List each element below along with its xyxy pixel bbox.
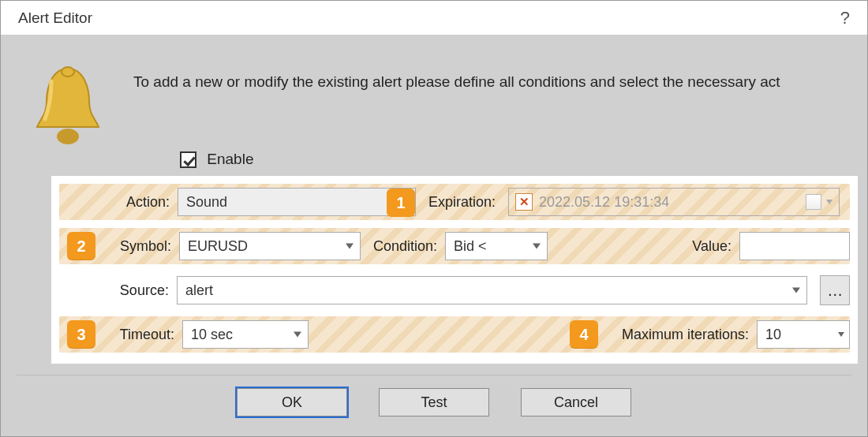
chevron-down-icon[interactable] xyxy=(826,200,832,204)
condition-select[interactable]: Bid < xyxy=(445,232,548,260)
calendar-icon[interactable] xyxy=(806,194,821,210)
condition-value: Bid < xyxy=(454,238,487,255)
enable-label: Enable xyxy=(207,151,253,167)
value-label: Value: xyxy=(692,238,731,255)
symbol-select[interactable]: EURUSD xyxy=(179,232,361,260)
row-source: Source: alert … xyxy=(59,272,850,308)
max-iterations-select[interactable]: 10 xyxy=(757,320,850,349)
chevron-down-icon xyxy=(792,288,800,293)
condition-label: Condition: xyxy=(373,238,437,255)
enable-row: Enable xyxy=(1,149,867,176)
test-button[interactable]: Test xyxy=(379,388,489,416)
timeout-value: 10 sec xyxy=(191,327,233,343)
titlebar: Alert Editor ? xyxy=(1,1,867,35)
button-bar: OK Test Cancel xyxy=(17,375,851,416)
intro-row: To add a new or modify the existing aler… xyxy=(1,35,867,146)
expiration-value: 2022.05.12 19:31:34 xyxy=(539,194,669,211)
browse-button[interactable]: … xyxy=(820,275,850,305)
svg-point-0 xyxy=(57,129,79,144)
row-timeout: 3 Timeout: 10 sec 4 Maximum iterations: … xyxy=(59,316,850,353)
action-label: Action: xyxy=(67,194,170,211)
svg-point-1 xyxy=(62,67,74,77)
marker-4: 4 xyxy=(570,320,598,349)
symbol-value: EURUSD xyxy=(188,238,248,255)
expiration-clear-icon[interactable]: ✕ xyxy=(515,193,533,211)
marker-3: 3 xyxy=(67,320,95,349)
timeout-label: Timeout: xyxy=(108,327,174,343)
source-select[interactable]: alert xyxy=(177,276,807,304)
cancel-button[interactable]: Cancel xyxy=(521,388,631,416)
source-value: alert xyxy=(185,282,213,299)
chevron-down-icon xyxy=(294,332,301,338)
intro-text: To add a new or modify the existing aler… xyxy=(107,59,780,91)
ok-button[interactable]: OK xyxy=(237,388,347,416)
max-iterations-value: 10 xyxy=(765,327,781,343)
bell-icon xyxy=(29,59,107,146)
marker-2: 2 xyxy=(67,232,95,260)
form-grid: Action: Sound 1 Expiration: ✕ 2022.05.12… xyxy=(51,176,858,364)
chevron-down-icon xyxy=(533,244,541,249)
expiration-label: Expiration: xyxy=(428,194,496,211)
action-value: Sound xyxy=(186,194,227,211)
chevron-down-icon xyxy=(838,332,844,337)
source-label: Source: xyxy=(67,282,169,299)
expiration-field[interactable]: ✕ 2022.05.12 19:31:34 xyxy=(508,188,840,216)
symbol-label: Symbol: xyxy=(108,238,171,255)
action-select[interactable]: Sound 1 xyxy=(178,188,416,216)
timeout-select[interactable]: 10 sec xyxy=(182,320,309,349)
help-button[interactable]: ? xyxy=(840,8,850,28)
enable-checkbox[interactable] xyxy=(180,151,196,168)
max-iterations-label: Maximum iterations: xyxy=(622,327,749,343)
value-input[interactable] xyxy=(739,232,850,260)
row-action: Action: Sound 1 Expiration: ✕ 2022.05.12… xyxy=(59,184,850,220)
alert-editor-dialog: Alert Editor ? To add a new or modify th… xyxy=(0,0,868,437)
window-title: Alert Editor xyxy=(18,9,92,27)
chevron-down-icon xyxy=(346,244,354,249)
marker-1: 1 xyxy=(387,189,415,217)
row-symbol: 2 Symbol: EURUSD Condition: Bid < Value: xyxy=(59,228,850,264)
